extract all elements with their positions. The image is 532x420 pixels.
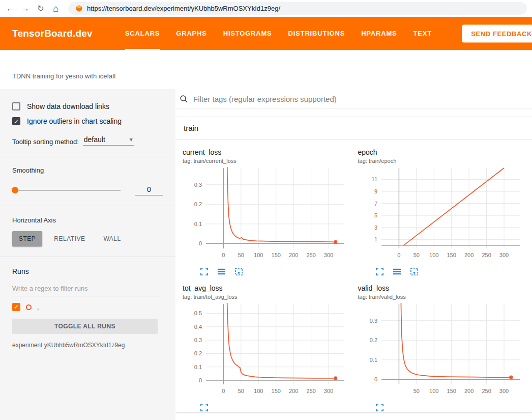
svg-text:0.3: 0.3 bbox=[369, 318, 377, 324]
chart-tag: tag: train/tot_avg_loss bbox=[183, 294, 355, 300]
svg-text:200: 200 bbox=[464, 388, 473, 394]
scalar-chart-valid-loss[interactable]: 00.10.20.350100150200250300 bbox=[358, 301, 526, 401]
main-panel: train current_loss tag: train/current_lo… bbox=[175, 89, 532, 420]
svg-text:0.2: 0.2 bbox=[369, 337, 377, 343]
svg-text:0: 0 bbox=[222, 252, 225, 258]
home-icon[interactable]: ⌂ bbox=[49, 2, 63, 16]
expand-card-icon[interactable] bbox=[375, 267, 384, 276]
tooltip-sorting-dropdown[interactable]: default ▾ bbox=[83, 135, 134, 146]
address-bar[interactable]: https://tensorboard.dev/experiment/yKUbh… bbox=[68, 2, 527, 15]
fit-domain-icon[interactable] bbox=[234, 267, 243, 276]
chart-tag: tag: train/valid_loss bbox=[358, 294, 530, 300]
scalar-chart-current-loss[interactable]: 00.10.20.3050100150200250300 bbox=[183, 165, 350, 265]
chart-tag: tag: train/current_loss bbox=[183, 158, 355, 164]
run-table-icon[interactable] bbox=[217, 267, 226, 276]
back-icon[interactable]: ← bbox=[3, 2, 17, 16]
tag-filter-input[interactable] bbox=[193, 95, 526, 103]
tab-distributions[interactable]: DISTRIBUTIONS bbox=[288, 17, 345, 50]
svg-text:0.5: 0.5 bbox=[194, 310, 202, 316]
expand-card-icon[interactable] bbox=[200, 267, 209, 276]
svg-text:250: 250 bbox=[306, 252, 315, 258]
divider bbox=[0, 257, 175, 257]
forward-icon[interactable]: → bbox=[18, 2, 33, 16]
svg-text:150: 150 bbox=[447, 252, 456, 258]
group-title-train[interactable]: train bbox=[175, 117, 532, 140]
svg-text:150: 150 bbox=[447, 388, 456, 394]
svg-text:0.3: 0.3 bbox=[194, 337, 202, 343]
chart-title: epoch bbox=[358, 148, 530, 156]
run-checkbox-checked-icon[interactable]: ✓ bbox=[12, 303, 20, 311]
svg-text:300: 300 bbox=[499, 388, 508, 394]
svg-text:0.3: 0.3 bbox=[194, 182, 202, 188]
reload-icon[interactable]: ↻ bbox=[34, 2, 48, 16]
ignore-outliers-checkbox[interactable]: ✓ Ignore outliers in chart scaling bbox=[12, 117, 163, 125]
svg-text:0: 0 bbox=[199, 377, 202, 383]
smoothing-label: Smoothing bbox=[12, 166, 163, 174]
svg-text:0: 0 bbox=[397, 252, 400, 258]
chart-title: valid_loss bbox=[358, 284, 530, 292]
svg-text:250: 250 bbox=[482, 388, 491, 394]
header-nav: SCALARS GRAPHS HISTOGRAMS DISTRIBUTIONS … bbox=[125, 17, 432, 50]
tab-text[interactable]: TEXT bbox=[413, 17, 431, 50]
tag-filter-row bbox=[175, 89, 532, 108]
chart-title: current_loss bbox=[183, 148, 355, 156]
chart-card-tot-avg-loss: tot_avg_loss tag: train/tot_avg_loss 00.… bbox=[183, 284, 355, 412]
checkbox-unchecked-icon[interactable] bbox=[12, 102, 20, 110]
url-text: https://tensorboard.dev/experiment/yKUbh… bbox=[87, 5, 280, 12]
experiment-title: TDNN training for yesno with icefall bbox=[0, 50, 532, 80]
checkbox-label: Ignore outliers in chart scaling bbox=[27, 117, 122, 125]
svg-text:200: 200 bbox=[289, 252, 298, 258]
expand-card-icon[interactable] bbox=[200, 403, 209, 412]
tooltip-sorting-row: Tooltip sorting method: default ▾ bbox=[12, 135, 163, 146]
chevron-down-icon: ▾ bbox=[130, 136, 133, 143]
chart-tag: tag: train/epoch bbox=[358, 158, 530, 164]
tab-hparams[interactable]: HPARAMS bbox=[361, 17, 397, 50]
send-feedback-button[interactable]: SEND FEEDBACK bbox=[462, 24, 532, 42]
svg-text:11: 11 bbox=[371, 176, 377, 182]
smoothing-slider[interactable] bbox=[12, 190, 121, 191]
checkbox-checked-icon[interactable]: ✓ bbox=[12, 117, 20, 125]
svg-text:50: 50 bbox=[413, 252, 419, 258]
smoothing-slider-thumb[interactable] bbox=[12, 187, 18, 193]
scalar-chart-tot-avg-loss[interactable]: 00.10.20.30.40.5050100150200250300 bbox=[183, 301, 350, 401]
expand-card-icon[interactable] bbox=[375, 403, 384, 412]
svg-text:50: 50 bbox=[413, 388, 419, 394]
svg-text:0: 0 bbox=[222, 388, 225, 394]
svg-text:250: 250 bbox=[306, 388, 315, 394]
svg-text:100: 100 bbox=[254, 388, 263, 394]
svg-text:100: 100 bbox=[429, 252, 438, 258]
svg-text:150: 150 bbox=[272, 388, 281, 394]
axis-wall-button[interactable]: WALL bbox=[97, 231, 127, 246]
runs-label: Runs bbox=[12, 267, 163, 275]
show-download-links-checkbox[interactable]: Show data download links bbox=[12, 102, 163, 110]
axis-step-button[interactable]: STEP bbox=[12, 231, 42, 246]
svg-text:200: 200 bbox=[289, 388, 298, 394]
svg-text:250: 250 bbox=[482, 252, 491, 258]
tensorboard-logo[interactable]: TensorBoard.dev bbox=[12, 28, 93, 39]
tab-graphs[interactable]: GRAPHS bbox=[176, 17, 206, 50]
axis-relative-button[interactable]: RELATIVE bbox=[47, 231, 92, 246]
svg-text:200: 200 bbox=[464, 252, 473, 258]
chart-card-current-loss: current_loss tag: train/current_loss 00.… bbox=[183, 148, 355, 276]
smoothing-value-input[interactable]: 0 bbox=[135, 185, 163, 195]
run-list-item[interactable]: ✓ . bbox=[12, 303, 163, 311]
svg-text:0.2: 0.2 bbox=[194, 350, 202, 356]
experiment-caption: experiment yKUbhb5wRmOSXYkId1z9eg bbox=[12, 342, 163, 349]
fit-domain-icon[interactable] bbox=[410, 267, 419, 276]
search-icon bbox=[180, 95, 188, 103]
runs-filter-input[interactable] bbox=[12, 282, 161, 296]
svg-text:300: 300 bbox=[324, 252, 333, 258]
browser-toolbar: ← → ↻ ⌂ https://tensorboard.dev/experime… bbox=[0, 0, 532, 17]
run-table-icon[interactable] bbox=[393, 267, 401, 276]
scalar-chart-epoch[interactable]: 1357911050100150200250300 bbox=[358, 165, 526, 265]
svg-text:300: 300 bbox=[499, 252, 508, 258]
svg-text:0.2: 0.2 bbox=[194, 201, 202, 207]
toggle-all-runs-button[interactable]: TOGGLE ALL RUNS bbox=[12, 319, 158, 334]
svg-text:0.1: 0.1 bbox=[369, 357, 377, 363]
run-color-swatch bbox=[26, 304, 32, 310]
train-group-card: train current_loss tag: train/current_lo… bbox=[175, 117, 532, 412]
site-favicon bbox=[75, 5, 83, 12]
svg-text:9: 9 bbox=[374, 188, 377, 194]
tab-histograms[interactable]: HISTOGRAMS bbox=[223, 17, 272, 50]
tab-scalars[interactable]: SCALARS bbox=[125, 17, 160, 50]
